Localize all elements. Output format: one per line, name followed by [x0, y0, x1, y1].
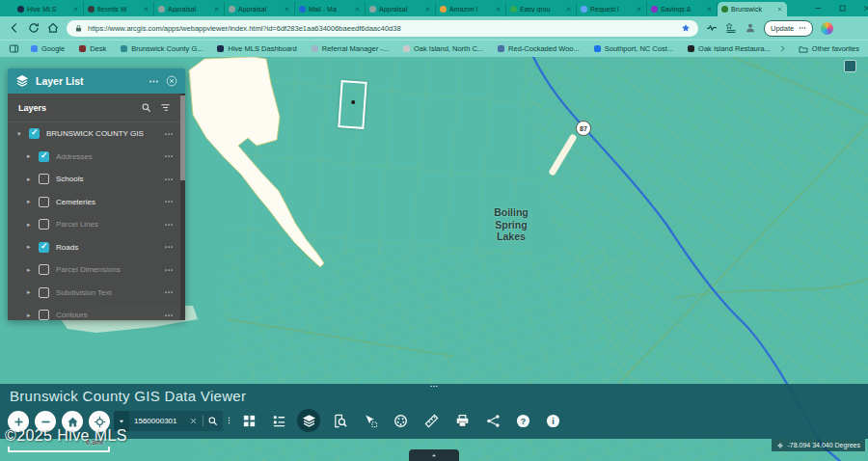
expand-icon[interactable]	[27, 312, 37, 319]
bookmark-item[interactable]: Hive MLS Dashboard	[217, 44, 296, 53]
panel-scrollbar[interactable]	[180, 94, 185, 320]
bookmark-item[interactable]: Referral Manager -...	[312, 44, 389, 53]
bookmark-item[interactable]: Oak Island Restaura...	[688, 44, 771, 53]
layer-checkbox[interactable]	[39, 174, 49, 184]
layer-checkbox[interactable]	[39, 264, 49, 275]
browser-tab[interactable]: Amazon l	[436, 2, 506, 16]
layer-menu-icon[interactable]	[164, 220, 174, 230]
layer-menu-icon[interactable]	[164, 311, 174, 320]
layer-menu-icon[interactable]	[164, 265, 174, 275]
browser-tab[interactable]: Easy grou	[506, 2, 577, 16]
tab-close-icon[interactable]	[72, 6, 79, 13]
browser-tab[interactable]: Savings &	[647, 2, 718, 16]
layer-menu-icon[interactable]	[164, 242, 174, 252]
bookmarks-overflow-icon[interactable]	[778, 44, 787, 53]
tab-close-icon[interactable]	[565, 6, 572, 13]
layer-menu-icon[interactable]	[164, 151, 174, 161]
layer-item[interactable]: Parcel Lines	[8, 213, 185, 236]
overview-map-button[interactable]	[844, 60, 856, 72]
bookmark-item[interactable]: Brunswick County G...	[121, 44, 203, 53]
layer-item[interactable]: Contours	[8, 304, 185, 320]
home-button[interactable]	[47, 22, 59, 34]
url-bar[interactable]: https://www.arcgis.com/apps/webappviewer…	[67, 20, 698, 37]
attribute-table-handle[interactable]	[409, 449, 459, 461]
layer-checkbox[interactable]	[29, 128, 40, 139]
tab-close-icon[interactable]	[213, 6, 220, 13]
select-button[interactable]	[359, 409, 382, 432]
tab-close-icon[interactable]	[354, 6, 361, 13]
layer-item[interactable]: Cemeteries	[8, 191, 185, 214]
expand-icon[interactable]	[27, 198, 37, 205]
layer-filter-icon[interactable]	[160, 102, 171, 113]
bookmark-item[interactable]: Desk	[79, 44, 106, 53]
layer-checkbox[interactable]	[39, 197, 49, 207]
layer-item[interactable]: Schools	[8, 168, 185, 191]
layer-item[interactable]: BRUNSWICK COUNTY GIS	[8, 122, 185, 146]
profile-avatar[interactable]	[745, 22, 756, 34]
browser-tab[interactable]: Mail - Ma	[295, 2, 366, 16]
selected-parcel-highlight[interactable]	[338, 80, 366, 129]
legend-button[interactable]	[267, 409, 290, 432]
browser-tab[interactable]: Appraisal	[225, 2, 295, 16]
panel-close-icon[interactable]	[166, 75, 177, 87]
help-button[interactable]: ?	[511, 409, 534, 432]
search-submit-icon[interactable]	[203, 416, 218, 426]
layer-item[interactable]: Subdivision Text	[8, 282, 185, 305]
expand-icon[interactable]	[27, 288, 37, 296]
scrollbar-thumb[interactable]	[180, 95, 185, 180]
tab-close-icon[interactable]	[636, 6, 642, 13]
browser-tab[interactable]: Appraisal	[154, 2, 225, 16]
tab-close-icon[interactable]	[424, 6, 431, 13]
browser-essentials-icon[interactable]	[706, 22, 718, 34]
expand-icon[interactable]	[27, 176, 37, 183]
tab-close-icon[interactable]	[706, 6, 713, 13]
layer-menu-icon[interactable]	[164, 197, 174, 206]
tab-close-icon[interactable]	[495, 6, 502, 13]
sidebar-toggle-icon[interactable]	[9, 43, 19, 54]
back-button[interactable]	[9, 22, 20, 34]
url-text[interactable]: https://www.arcgis.com/apps/webappviewer…	[88, 24, 676, 33]
close-window-button[interactable]	[862, 4, 868, 13]
print-button[interactable]	[450, 409, 474, 432]
bookmark-star-icon[interactable]	[681, 23, 691, 33]
share-button[interactable]	[481, 409, 504, 432]
tab-close-icon[interactable]	[143, 6, 149, 13]
crosshair-icon[interactable]	[776, 442, 784, 449]
tab-close-icon[interactable]	[284, 6, 290, 13]
expand-icon[interactable]	[27, 221, 37, 229]
browser-tab[interactable]: Hive MLS	[14, 2, 84, 16]
drag-handle-icon[interactable]	[427, 382, 441, 391]
expand-icon[interactable]	[17, 130, 27, 138]
layer-checkbox[interactable]	[39, 287, 49, 298]
panel-menu-icon[interactable]	[149, 76, 159, 87]
layer-item[interactable]: Addresses	[8, 146, 185, 169]
layer-search-icon[interactable]	[141, 102, 151, 113]
bookmark-item[interactable]: Google	[31, 44, 65, 53]
browser-tab[interactable]: Brunswick	[718, 2, 787, 16]
basemap-button[interactable]	[389, 409, 412, 432]
bookmark-item[interactable]: Red-Cockaded Woo...	[498, 44, 580, 53]
settings-menu-icon[interactable]	[799, 24, 806, 32]
maximize-button[interactable]	[838, 4, 847, 13]
copilot-icon[interactable]	[821, 22, 833, 35]
layer-menu-icon[interactable]	[164, 175, 174, 184]
layers-button[interactable]	[297, 409, 320, 432]
update-button[interactable]: Update	[764, 20, 813, 37]
search-input[interactable]: 1560000301	[129, 417, 189, 425]
measure-button[interactable]	[420, 409, 443, 432]
favorites-bar-icon[interactable]	[725, 22, 737, 34]
minimize-button[interactable]	[814, 4, 823, 13]
query-button[interactable]	[328, 409, 351, 432]
layer-checkbox[interactable]	[39, 151, 49, 162]
layer-checkbox[interactable]	[39, 242, 49, 253]
browser-tab[interactable]: Appraisal	[366, 2, 436, 16]
browser-tab[interactable]: flexmls W	[84, 2, 154, 16]
clear-search-icon[interactable]	[189, 417, 198, 425]
browser-tab[interactable]: Request l	[577, 2, 647, 16]
apps-button[interactable]	[237, 409, 260, 432]
layer-item[interactable]: Parcel Dimensions	[8, 258, 185, 282]
about-button[interactable]: i	[541, 409, 564, 432]
reload-button[interactable]	[28, 22, 40, 34]
tab-close-icon[interactable]	[776, 6, 783, 13]
layer-menu-icon[interactable]	[164, 287, 174, 297]
